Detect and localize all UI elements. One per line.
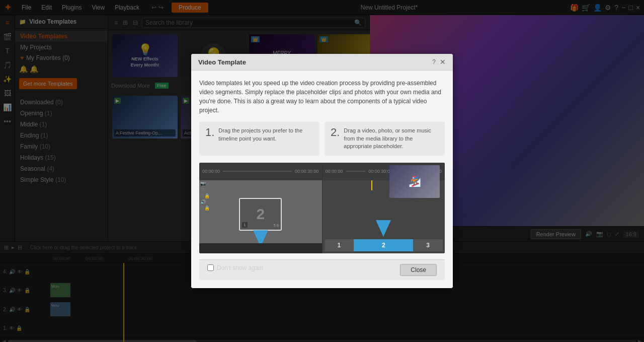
- step1-text: Drag the projects you prefer to the time…: [218, 127, 313, 143]
- track-ctrl-5[interactable]: ☑🔒: [200, 206, 210, 211]
- arrow-down-2: [373, 218, 393, 239]
- track-ctrl-2[interactable]: ☑: [200, 187, 210, 192]
- modal-help-icon[interactable]: ?: [432, 58, 436, 65]
- modal-header: Video Template ? ✕: [191, 54, 453, 71]
- modal-step-1: 1. Drag the projects you prefer to the t…: [199, 122, 319, 155]
- track-ctrl-3[interactable]: ☑🔒: [200, 193, 210, 198]
- mini-timeline-top: 00:00:00 00:00:30:00: [199, 163, 322, 180]
- modal-preview-right: 00:00:00 00:00:30:00 00:01:00:00 🏂: [323, 163, 445, 253]
- track-ctrl-1[interactable]: 📷: [200, 181, 210, 186]
- modal-preview-left: 00:00:00 00:00:30:00 2 5 6 1: [199, 163, 322, 253]
- segment-2: 2: [354, 239, 413, 251]
- step1-number: 1.: [205, 127, 214, 138]
- mini-timeline-bottom: [199, 243, 322, 253]
- track-ctrl-4[interactable]: 🔊: [200, 199, 210, 204]
- segment-3: 3: [413, 239, 443, 251]
- modal-body: Video templates let you speed up the vid…: [191, 71, 453, 288]
- template-thumb-time: 1: [242, 222, 247, 228]
- template-thumb-num: 2: [256, 206, 265, 223]
- modal-steps: 1. Drag the projects you prefer to the t…: [199, 122, 445, 155]
- dont-show-row: Don't show again: [207, 264, 263, 271]
- template-thumb: 2 5 6 1: [239, 198, 282, 231]
- track-control-icons: 📷 ☑ ☑🔒 🔊 ☑🔒: [199, 180, 211, 212]
- dont-show-checkbox[interactable]: [207, 264, 214, 271]
- modal-preview-illustration: 00:00:00 00:00:30:00 2 5 6 1: [199, 163, 445, 253]
- modal-description: Video templates let you speed up the vid…: [199, 79, 445, 115]
- modal-close-button[interactable]: ✕: [440, 58, 446, 66]
- modal-overlay: Video Template ? ✕ Video templates let y…: [0, 0, 644, 342]
- right-playhead: [371, 180, 372, 190]
- modal-title: Video Template: [198, 58, 432, 66]
- step2-number: 2.: [331, 127, 340, 138]
- segment-1: 1: [325, 239, 354, 251]
- skater-image: 🏂: [389, 165, 440, 198]
- svg-marker-1: [376, 220, 391, 237]
- modal-close-btn[interactable]: Close: [400, 264, 437, 276]
- ruler-time-2: 00:00:30:00: [368, 169, 392, 174]
- skater-placeholder: 🏂: [389, 165, 440, 198]
- video-template-modal: Video Template ? ✕ Video templates let y…: [191, 54, 453, 288]
- step2-text: Drag a video, photo, or some music from …: [344, 127, 439, 150]
- modal-step-2: 2. Drag a video, photo, or some music fr…: [325, 122, 445, 155]
- segment-bar: 1 2 3: [325, 239, 443, 251]
- template-thumb-meta: 5 6: [273, 223, 279, 228]
- ruler-time-1: 00:00:00: [326, 169, 343, 174]
- modal-footer: Don't show again Close: [199, 259, 445, 280]
- dont-show-label: Don't show again: [217, 264, 263, 271]
